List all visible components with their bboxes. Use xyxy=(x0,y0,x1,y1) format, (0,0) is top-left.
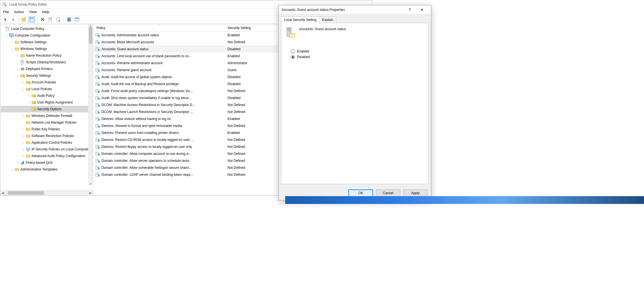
twisty-closed-icon[interactable]: › xyxy=(27,94,31,97)
twisty-closed-icon[interactable]: › xyxy=(21,114,25,117)
menu-file[interactable]: File xyxy=(3,10,9,14)
tree-windows-settings[interactable]: ⌄ Windows Settings xyxy=(1,45,92,52)
tree-label: Software Restriction Policies xyxy=(32,134,74,138)
forward-button[interactable] xyxy=(10,16,16,23)
svg-rect-71 xyxy=(96,96,99,97)
svg-rect-47 xyxy=(96,54,99,55)
cancel-button[interactable]: Cancel xyxy=(376,189,400,196)
tree-vertical-scrollbar[interactable]: ▲ ▼ xyxy=(88,24,93,185)
radio-disabled[interactable]: Disabled xyxy=(291,55,425,59)
show-hide-tree-button[interactable] xyxy=(28,16,35,23)
folder-icon xyxy=(26,134,30,138)
svg-rect-120 xyxy=(287,29,291,30)
help-button[interactable]: ? xyxy=(66,16,72,23)
tree-security-settings[interactable]: ⌄ Security Settings xyxy=(1,72,92,79)
menu-help[interactable]: Help xyxy=(42,10,49,14)
scroll-right-arrow-icon[interactable]: ▶ xyxy=(88,191,93,194)
tree-audit-policy[interactable]: › Audit Policy xyxy=(1,92,92,99)
policy-name: Accounts: Rename guest account xyxy=(101,68,224,72)
menu-action[interactable]: Action xyxy=(14,10,24,14)
twisty-closed-icon[interactable]: › xyxy=(21,134,25,138)
properties-button[interactable] xyxy=(47,16,54,23)
tree-admin-templates[interactable]: › Administrative Templates xyxy=(1,166,92,173)
scroll-thumb[interactable] xyxy=(8,191,44,195)
folder-icon xyxy=(15,47,19,51)
svg-rect-100 xyxy=(96,146,98,147)
twisty-open-icon[interactable]: ⌄ xyxy=(21,88,25,91)
twisty-open-icon[interactable]: ⌄ xyxy=(5,34,9,37)
tab-label: Explain xyxy=(322,18,333,22)
tree-defender-firewall[interactable]: › Windows Defender Firewall xyxy=(1,112,92,119)
twisty-closed-icon[interactable]: › xyxy=(21,148,25,151)
toolbar-separator-3 xyxy=(64,17,64,22)
tree-app-control[interactable]: › Application Control Policies xyxy=(1,139,92,146)
scroll-down-arrow-icon[interactable]: ▼ xyxy=(88,182,93,185)
tree-policy-qos[interactable]: › Policy-based QoS xyxy=(1,159,92,166)
tree-advanced-audit[interactable]: › Advanced Audit Policy Configuration xyxy=(1,153,92,159)
policy-name: Devices: Restrict CD-ROM access to local… xyxy=(101,138,224,142)
svg-rect-116 xyxy=(96,174,98,175)
twisty-closed-icon[interactable]: › xyxy=(21,128,25,131)
ok-button[interactable]: OK xyxy=(348,189,373,196)
twisty-closed-icon[interactable]: › xyxy=(10,168,14,171)
twisty-closed-icon[interactable]: › xyxy=(21,81,25,84)
svg-rect-31 xyxy=(21,163,22,164)
filter-button[interactable] xyxy=(74,16,80,23)
tree-user-rights[interactable]: › User Rights Assignment xyxy=(1,99,92,106)
svg-rect-11 xyxy=(49,19,51,19)
twisty-open-icon[interactable]: ⌄ xyxy=(10,47,14,50)
tree-account-policies[interactable]: › Account Policies xyxy=(1,79,92,86)
twisty-closed-icon[interactable]: › xyxy=(16,161,20,164)
tree-root[interactable]: Local Computer Policy xyxy=(1,25,92,32)
tree-security-options[interactable]: Security Options xyxy=(1,106,92,112)
policy-name: Accounts: Limit local account use of bla… xyxy=(101,54,224,58)
svg-rect-69 xyxy=(96,91,98,92)
svg-rect-56 xyxy=(96,70,98,70)
tree-scripts[interactable]: Scripts (Startup/Shutdown) xyxy=(1,59,92,66)
policy-tree[interactable]: Local Computer Policy ⌄ Computer Configu… xyxy=(0,24,93,174)
dialog-help-button[interactable]: ? xyxy=(404,6,416,14)
policy-setting: Enabled xyxy=(224,33,240,37)
up-level-button[interactable] xyxy=(21,16,27,23)
tree-label: Network List Manager Policies xyxy=(32,121,76,124)
radio-enabled[interactable]: Enabled xyxy=(291,49,425,53)
twisty-closed-icon[interactable]: › xyxy=(16,54,20,57)
tab-local-security-setting[interactable]: Local Security Setting xyxy=(281,16,319,23)
tree-label: Windows Defender Firewall xyxy=(32,114,72,118)
policy-icon xyxy=(95,103,100,107)
back-button[interactable] xyxy=(2,16,9,23)
twisty-closed-icon[interactable]: › xyxy=(10,41,14,44)
tab-explain[interactable]: Explain xyxy=(319,16,336,23)
tree-name-resolution[interactable]: › Name Resolution Policy xyxy=(1,52,92,59)
col-header-policy[interactable]: Policy xyxy=(93,24,224,31)
scroll-up-arrow-icon[interactable]: ▲ xyxy=(88,24,93,27)
svg-rect-49 xyxy=(96,56,98,57)
policy-name: Domain controller: LDAP server channel b… xyxy=(101,173,224,177)
svg-rect-72 xyxy=(96,98,98,98)
scroll-left-arrow-icon[interactable]: ◀ xyxy=(0,191,5,194)
export-list-button[interactable] xyxy=(55,16,62,23)
tree-software-settings[interactable]: › Software Settings xyxy=(1,39,92,45)
tree-local-policies[interactable]: ⌄ Local Policies xyxy=(1,86,92,92)
twisty-closed-icon[interactable]: › xyxy=(21,141,25,144)
policy-name: Domain controller: Allow vulnerable Netl… xyxy=(101,166,224,170)
twisty-closed-icon[interactable]: › xyxy=(21,155,25,158)
policy-setting: Enabled xyxy=(224,131,240,135)
tree-computer-config[interactable]: ⌄ Computer Configuration xyxy=(1,32,92,39)
tree-public-key[interactable]: › Public Key Policies xyxy=(1,126,92,133)
menu-view[interactable]: View xyxy=(29,10,37,14)
tree-software-restriction[interactable]: › Software Restriction Policies xyxy=(1,133,92,139)
twisty-closed-icon[interactable]: › xyxy=(16,68,20,71)
scroll-thumb[interactable] xyxy=(89,27,92,44)
twisty-closed-icon[interactable]: › xyxy=(27,101,31,104)
delete-button[interactable] xyxy=(39,16,46,23)
tree-ip-security[interactable]: › IP Security Policies on Local Computer xyxy=(1,146,92,153)
apply-button[interactable]: Apply xyxy=(403,189,428,196)
policy-setting: Not Defined xyxy=(224,159,245,163)
tab-label: Local Security Setting xyxy=(284,18,316,22)
tree-deployed-printers[interactable]: › Deployed Printers xyxy=(1,66,92,72)
tree-network-list[interactable]: Network List Manager Policies xyxy=(1,119,92,126)
tree-horizontal-scrollbar[interactable]: ◀ ▶ xyxy=(0,190,93,195)
twisty-open-icon[interactable]: ⌄ xyxy=(16,74,20,77)
dialog-close-button[interactable]: ✕ xyxy=(416,6,428,14)
